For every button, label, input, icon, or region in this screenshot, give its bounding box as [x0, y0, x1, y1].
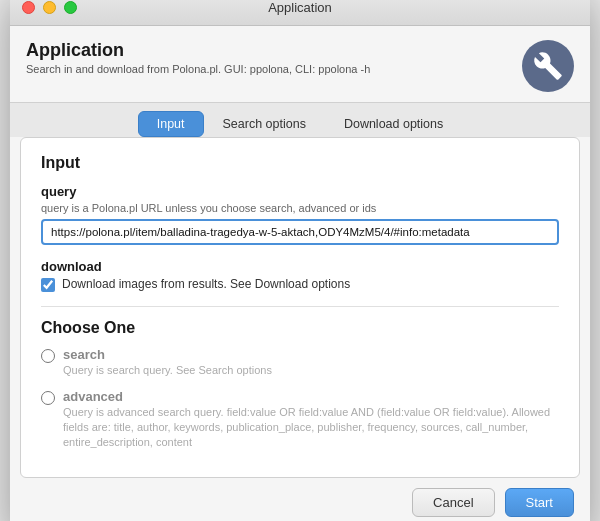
radio-advanced: advanced Query is advanced search query.…: [41, 389, 559, 451]
main-window: Application Application Search in and do…: [10, 0, 590, 521]
tab-input[interactable]: Input: [138, 111, 204, 137]
app-header: Application Search in and download from …: [10, 26, 590, 102]
radio-search: search Query is search query. See Search…: [41, 347, 559, 378]
download-checkbox-row: Download images from results. See Downlo…: [41, 277, 559, 292]
radio-advanced-content: advanced Query is advanced search query.…: [63, 389, 559, 451]
radio-advanced-label: advanced: [63, 389, 559, 404]
section-title: Input: [41, 154, 559, 172]
footer: Cancel Start: [10, 478, 590, 521]
download-checkbox[interactable]: [41, 278, 55, 292]
radio-advanced-desc: Query is advanced search query. field:va…: [63, 405, 559, 451]
titlebar-buttons: [22, 1, 77, 14]
radio-search-label: search: [63, 347, 272, 362]
radio-search-desc: Query is search query. See Search option…: [63, 363, 272, 378]
choose-title: Choose One: [41, 319, 559, 337]
radio-search-content: search Query is search query. See Search…: [63, 347, 272, 378]
tab-search-options[interactable]: Search options: [204, 111, 325, 137]
app-title: Application: [26, 40, 370, 61]
query-label: query: [41, 184, 559, 199]
query-desc: query is a Polona.pl URL unless you choo…: [41, 202, 559, 214]
query-input[interactable]: [41, 219, 559, 245]
download-field-group: download Download images from results. S…: [41, 259, 559, 292]
wrench-icon: [533, 51, 563, 81]
main-content: Input query query is a Polona.pl URL unl…: [20, 137, 580, 478]
header-text: Application Search in and download from …: [26, 40, 370, 75]
download-checkbox-label: Download images from results. See Downlo…: [62, 277, 350, 291]
app-subtitle: Search in and download from Polona.pl. G…: [26, 63, 370, 75]
window-title: Application: [268, 0, 332, 15]
start-button[interactable]: Start: [505, 488, 574, 517]
tabs-bar: Input Search options Download options: [10, 102, 590, 137]
radio-search-input[interactable]: [41, 349, 55, 363]
tab-download-options[interactable]: Download options: [325, 111, 462, 137]
app-icon: [522, 40, 574, 92]
cancel-button[interactable]: Cancel: [412, 488, 494, 517]
titlebar: Application: [10, 0, 590, 26]
close-button[interactable]: [22, 1, 35, 14]
radio-advanced-input[interactable]: [41, 391, 55, 405]
minimize-button[interactable]: [43, 1, 56, 14]
section-divider: [41, 306, 559, 307]
download-label: download: [41, 259, 559, 274]
maximize-button[interactable]: [64, 1, 77, 14]
query-field-group: query query is a Polona.pl URL unless yo…: [41, 184, 559, 245]
